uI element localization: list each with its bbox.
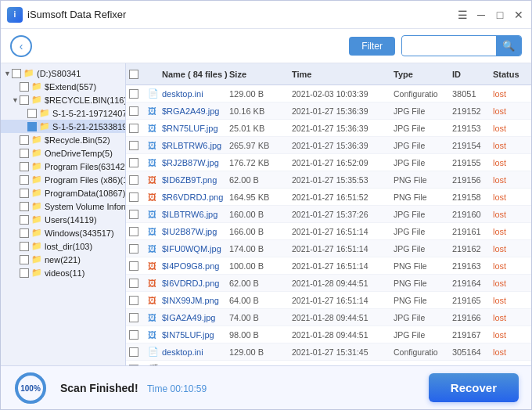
- sidebar-item-programfilesx86[interactable]: 📁 Program Files (x86)(1616): [1, 173, 125, 186]
- row-checkbox[interactable]: [129, 347, 148, 357]
- row-select-checkbox[interactable]: [129, 244, 138, 254]
- row-select-checkbox[interactable]: [129, 89, 138, 99]
- row-checkbox[interactable]: [129, 330, 148, 340]
- row-select-checkbox[interactable]: [129, 261, 138, 271]
- file-name: $R6VDRDJ.png: [162, 192, 229, 202]
- sidebar-checkbox[interactable]: [20, 202, 29, 211]
- sidebar-item-new[interactable]: 📁 new(221): [1, 253, 125, 266]
- row-select-checkbox[interactable]: [129, 330, 138, 340]
- sidebar-checkbox[interactable]: [20, 242, 29, 251]
- file-time: 2021-01-27 15:36:39: [292, 124, 394, 133]
- row-select-checkbox[interactable]: [129, 227, 138, 236]
- row-select-checkbox[interactable]: [129, 175, 138, 185]
- row-checkbox[interactable]: [129, 210, 148, 219]
- row-select-checkbox[interactable]: [129, 313, 138, 322]
- header-time[interactable]: Time: [292, 70, 394, 79]
- sidebar-item-drive-d[interactable]: ▼ 📁 (D:)S80341: [1, 67, 125, 80]
- table-row[interactable]: 🖼 $I6VDRDJ.png 62.00 B 2021-01-28 09:44:…: [126, 275, 531, 292]
- table-row[interactable]: 🖼 $IN75LUF.jpg 98.00 B 2021-01-28 09:44:…: [126, 326, 531, 343]
- sidebar-checkbox[interactable]: [20, 189, 29, 198]
- sidebar-item-videos[interactable]: 📁 videos(11): [1, 266, 125, 279]
- sidebar-item-users[interactable]: 📁 Users(14119): [1, 213, 125, 226]
- close-btn[interactable]: ✕: [512, 9, 525, 21]
- header-type[interactable]: Type: [394, 70, 452, 79]
- sidebar-checkbox[interactable]: [20, 82, 29, 92]
- row-checkbox[interactable]: [129, 227, 148, 236]
- sidebar-item-extend[interactable]: 📁 $Extend(557): [1, 80, 125, 93]
- header-status[interactable]: Status: [493, 70, 528, 79]
- sidebar-item-s1[interactable]: 📁 S-1-5-21-1971240709-42169: [1, 106, 125, 120]
- row-checkbox[interactable]: [129, 313, 148, 322]
- row-checkbox[interactable]: [129, 175, 148, 185]
- file-name: $ILBTRW6.jpg: [162, 210, 229, 219]
- table-row[interactable]: 🖼 $INX99JM.png 64.00 B 2021-01-27 16:51:…: [126, 292, 531, 309]
- table-row[interactable]: 🖼 $IU2B87W.jpg 166.00 B 2021-01-27 16:51…: [126, 223, 531, 240]
- sidebar-checkbox[interactable]: [20, 268, 29, 278]
- back-button[interactable]: ‹: [10, 35, 32, 57]
- row-checkbox[interactable]: [129, 124, 148, 133]
- row-select-checkbox[interactable]: [129, 279, 138, 288]
- sidebar-item-onedrive[interactable]: 📁 OneDriveTemp(5): [1, 146, 125, 160]
- header-checkbox[interactable]: [129, 70, 148, 79]
- table-row[interactable]: 🖼 $I4PO9G8.png 100.00 B 2021-01-27 16:51…: [126, 257, 531, 275]
- sidebar-item-systemvol[interactable]: 📁 System Volume Information(441): [1, 200, 125, 213]
- row-select-checkbox[interactable]: [129, 192, 138, 202]
- search-button[interactable]: 🔍: [496, 36, 521, 56]
- row-select-checkbox[interactable]: [129, 124, 138, 133]
- table-row[interactable]: 🖼 $IFU0WQM.jpg 174.00 B 2021-01-27 16:51…: [126, 240, 531, 257]
- table-row[interactable]: 🖼 $ILBTRW6.jpg 160.00 B 2021-01-27 15:37…: [126, 206, 531, 223]
- sidebar-checkbox[interactable]: [20, 175, 29, 185]
- table-row[interactable]: 🖼 $IGA2A49.jpg 74.00 B 2021-01-28 09:44:…: [126, 309, 531, 326]
- sidebar-checkbox[interactable]: [12, 69, 21, 78]
- select-all-checkbox[interactable]: [129, 70, 138, 79]
- sidebar-checkbox[interactable]: [20, 162, 29, 171]
- sidebar-checkbox[interactable]: [20, 95, 29, 105]
- sidebar-checkbox[interactable]: [20, 228, 29, 238]
- sidebar-checkbox[interactable]: [27, 122, 37, 131]
- sidebar-item-s2[interactable]: 📁 S-1-5-21-2153381943-47365: [1, 120, 125, 133]
- row-checkbox[interactable]: [129, 261, 148, 271]
- table-row[interactable]: 🖼 $RGA2A49.jpg 10.16 KB 2021-01-27 15:36…: [126, 102, 531, 120]
- table-row[interactable]: 📄 desktop.ini 129.00 B 2021-01-27 15:31:…: [126, 343, 531, 361]
- header-id[interactable]: ID: [452, 70, 493, 79]
- sidebar-checkbox[interactable]: [20, 149, 29, 158]
- sidebar-checkbox[interactable]: [20, 255, 29, 264]
- row-checkbox[interactable]: [129, 106, 148, 116]
- header-size[interactable]: Size: [229, 70, 292, 79]
- header-name[interactable]: Name ( 84 files ): [162, 70, 229, 79]
- row-checkbox[interactable]: [129, 89, 148, 99]
- minimize-btn[interactable]: ─: [475, 9, 487, 21]
- table-row[interactable]: 🖼 $RJ2B87W.jpg 176.72 KB 2021-01-27 16:5…: [126, 154, 531, 171]
- sidebar-checkbox[interactable]: [20, 135, 29, 145]
- table-row[interactable]: 🖼 $ID6ZB9T.png 62.00 B 2021-01-27 15:35:…: [126, 171, 531, 189]
- search-input[interactable]: [402, 38, 496, 55]
- sidebar-checkbox[interactable]: [27, 109, 37, 118]
- row-select-checkbox[interactable]: [129, 210, 138, 219]
- sidebar-item-recycle2[interactable]: 📁 $Recycle.Bin(52): [1, 133, 125, 146]
- row-checkbox[interactable]: [129, 192, 148, 202]
- sidebar-item-recycle[interactable]: ▼ 📁 $RECYCLE.BIN(116): [1, 93, 125, 106]
- table-row[interactable]: 🖼 $RLBTRW6.jpg 265.97 KB 2021-01-27 15:3…: [126, 137, 531, 154]
- table-row[interactable]: 🖼 $RN75LUF.jpg 25.01 KB 2021-01-27 15:36…: [126, 120, 531, 137]
- row-checkbox[interactable]: [129, 244, 148, 254]
- row-checkbox[interactable]: [129, 141, 148, 150]
- row-select-checkbox[interactable]: [129, 347, 138, 357]
- sidebar-item-lost[interactable]: 📁 lost_dir(103): [1, 239, 125, 253]
- row-checkbox[interactable]: [129, 158, 148, 167]
- sidebar-item-programfiles[interactable]: 📁 Program Files(63142): [1, 160, 125, 173]
- row-checkbox[interactable]: [129, 296, 148, 305]
- maximize-btn[interactable]: □: [494, 9, 506, 21]
- row-select-checkbox[interactable]: [129, 296, 138, 305]
- row-checkbox[interactable]: [129, 279, 148, 288]
- table-row[interactable]: 📄 desktop.ini 129.00 B 2021-02-03 10:03:…: [126, 85, 531, 102]
- sidebar-item-windows[interactable]: 📁 Windows(343517): [1, 226, 125, 239]
- sidebar-checkbox[interactable]: [20, 215, 29, 225]
- row-select-checkbox[interactable]: [129, 158, 138, 167]
- recover-button[interactable]: Recover: [429, 373, 519, 402]
- menu-btn[interactable]: ☰: [456, 9, 469, 21]
- table-row[interactable]: 🖼 $R6VDRDJ.png 164.95 KB 2021-01-27 16:5…: [126, 189, 531, 206]
- filter-button[interactable]: Filter: [349, 37, 395, 56]
- sidebar-item-programdata[interactable]: 📁 ProgramData(10867): [1, 186, 125, 200]
- row-select-checkbox[interactable]: [129, 141, 138, 150]
- row-select-checkbox[interactable]: [129, 106, 138, 116]
